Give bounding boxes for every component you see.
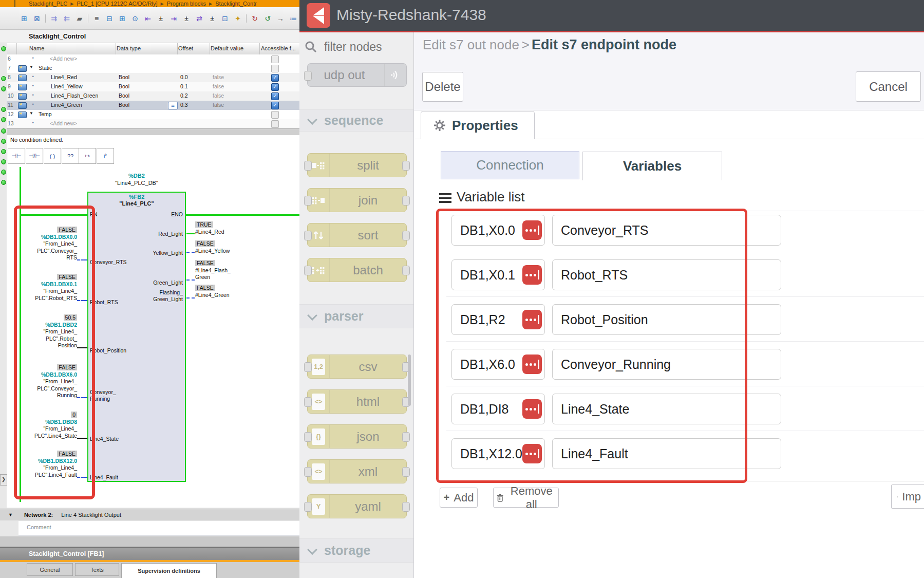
datatype-dropdown-button[interactable]: ≣: [168, 102, 178, 109]
open-branch-icon[interactable]: ↦: [79, 148, 96, 164]
accessible-checkbox[interactable]: [271, 55, 279, 63]
node-output-port[interactable]: [402, 432, 410, 442]
default-cell[interactable]: false: [213, 74, 224, 80]
breadcrumb-item[interactable]: Program blocks: [167, 1, 206, 7]
variable-name-input[interactable]: Conveyor_Running: [552, 349, 781, 380]
col-offset[interactable]: Offset: [178, 45, 193, 51]
node-input-port[interactable]: [304, 467, 312, 477]
node-output-port[interactable]: [402, 231, 410, 240]
node-output-port[interactable]: [402, 502, 410, 512]
default-cell[interactable]: false: [213, 83, 224, 89]
monitor-list-icon[interactable]: ≔: [289, 13, 298, 24]
datatype-cell[interactable]: Bool: [119, 74, 129, 80]
col-default[interactable]: Default value: [211, 45, 243, 51]
filter-nodes-input[interactable]: [323, 40, 402, 54]
node-input-port[interactable]: [304, 432, 312, 442]
palette-node-split[interactable]: split: [307, 153, 407, 177]
node-input-port[interactable]: [304, 161, 312, 171]
tab-texts[interactable]: Texts: [75, 563, 119, 576]
node-output-port[interactable]: [402, 467, 410, 477]
eno-pin[interactable]: ENO: [171, 211, 183, 217]
group-caret-icon[interactable]: ▼: [29, 111, 33, 116]
cancel-button[interactable]: Cancel: [856, 71, 921, 102]
table-row[interactable]: 8 ▪ Line4_Red Bool 0.0 false ✓: [7, 73, 299, 83]
accessible-checkbox[interactable]: [271, 111, 279, 119]
table-row-selected[interactable]: 11 ▪ Line4_Green Bool ≣ 0.3 false ✓: [7, 101, 299, 110]
name-cell[interactable]: Line4_Flash_Green: [51, 92, 98, 99]
swap-operand-icon[interactable]: ⇄: [195, 13, 204, 24]
delete-button[interactable]: Delete: [422, 72, 463, 102]
col-name[interactable]: Name: [29, 45, 44, 51]
contact-nc-icon[interactable]: ⊣/⊢: [26, 148, 43, 164]
palette-node-json[interactable]: {} json: [307, 424, 407, 449]
indent-left-icon[interactable]: ⇇: [62, 13, 71, 24]
accessible-checkbox[interactable]: ✓: [271, 92, 279, 100]
address-autocomplete-icon[interactable]: [522, 265, 542, 285]
accessible-checkbox[interactable]: ✓: [271, 74, 279, 82]
delete-network-icon[interactable]: ⊠: [32, 13, 42, 24]
tab-general[interactable]: General: [27, 563, 73, 576]
instance-db-label[interactable]: %DB2 "Line4_PLC_DB": [87, 172, 186, 187]
network-title[interactable]: Line 4 Stacklight Output: [61, 512, 121, 518]
input-pin[interactable]: Robot_Position: [90, 347, 126, 353]
output-pin[interactable]: Yellow_Light: [153, 250, 183, 256]
accessible-checkbox[interactable]: ✓: [271, 102, 279, 109]
comment-toggle-icon[interactable]: ⊙: [130, 13, 140, 24]
datatype-cell[interactable]: Bool: [119, 102, 129, 108]
palette-node-csv[interactable]: 1,2 csv: [307, 355, 407, 379]
properties-title-bar[interactable]: Stacklight_Control [FB1]: [0, 547, 299, 560]
add-new-cell[interactable]: <Add new>: [50, 120, 77, 126]
tab-variables[interactable]: Variables: [582, 152, 722, 180]
address-autocomplete-icon[interactable]: [522, 220, 542, 240]
table-row[interactable]: 10 ▪ Line4_Flash_Green Bool 0.2 false ✓: [7, 91, 299, 101]
breadcrumb-item[interactable]: Stacklight_Contr: [215, 1, 257, 7]
address-autocomplete-icon[interactable]: [522, 355, 542, 374]
datatype-cell[interactable]: Bool: [119, 92, 129, 99]
palette-node-xml[interactable]: <> xml: [307, 459, 407, 483]
close-branch-icon[interactable]: ↱: [97, 148, 114, 164]
default-cell[interactable]: false: [213, 92, 224, 99]
inout-plus-icon[interactable]: ±: [208, 13, 217, 24]
indent-right-icon[interactable]: ⇉: [49, 13, 59, 24]
coil-icon[interactable]: ( ): [44, 148, 61, 164]
address-autocomplete-icon[interactable]: [522, 444, 542, 463]
import-button[interactable]: Imp: [891, 484, 924, 509]
sidebar-expand-icon[interactable]: ❯: [0, 474, 7, 486]
output-pin[interactable]: Flashing_: [159, 289, 183, 295]
palette-search[interactable]: [305, 37, 407, 57]
pen-icon[interactable]: ▰: [75, 13, 84, 24]
breadcrumb-item[interactable]: Stacklight_PLC: [29, 1, 67, 7]
goto-def-icon[interactable]: →: [276, 13, 285, 24]
operand-frame-icon[interactable]: ⊡: [220, 13, 230, 24]
table-row[interactable]: 6 ▪ <Add new>: [7, 54, 299, 64]
expand-items-icon[interactable]: ⊟: [105, 13, 114, 24]
empty-box-icon[interactable]: ??: [62, 148, 79, 164]
node-output-port[interactable]: [402, 196, 410, 206]
variable-name-input[interactable]: Conveyor_RTS: [552, 215, 781, 246]
datatype-cell[interactable]: Bool: [119, 83, 129, 89]
node-output-port[interactable]: [402, 266, 410, 275]
table-row[interactable]: 9 ▪ Line4_Yellow Bool 0.1 false ✓: [7, 82, 299, 92]
palette-node-yaml[interactable]: Y yaml: [307, 494, 407, 518]
palette-node-html[interactable]: <> html: [307, 389, 407, 414]
group-name-cell[interactable]: Temp: [39, 111, 52, 117]
fb-block[interactable]: %FB2 "Line4_PLC" EN ENO Conveyor_RTS Rob…: [87, 192, 186, 482]
node-input-port[interactable]: [304, 502, 312, 512]
palette-node-join[interactable]: join: [307, 188, 407, 212]
collapse-caret-icon[interactable]: ▼: [8, 512, 13, 517]
palette-node-udp-out[interactable]: udp out: [307, 63, 407, 87]
variable-name-input[interactable]: Robot_RTS: [552, 259, 781, 290]
network2-header[interactable]: ▼ Network 2: Line 4 Stacklight Output: [0, 509, 299, 520]
palette-node-batch[interactable]: batch: [307, 258, 407, 282]
default-cell[interactable]: false: [213, 102, 224, 108]
add-variable-button[interactable]: +Add: [440, 488, 478, 508]
table-row[interactable]: 12 ▼ Temp: [7, 110, 299, 120]
collapse-items-icon[interactable]: ⊞: [118, 13, 127, 24]
table-row[interactable]: 7 ▼ Static: [7, 64, 299, 73]
variable-name-input[interactable]: Robot_Position: [552, 304, 781, 335]
insert-input-icon[interactable]: ⇤: [143, 13, 153, 24]
name-cell[interactable]: Line4_Yellow: [51, 83, 83, 89]
category-sequence[interactable]: sequence: [299, 109, 413, 132]
call-back-icon[interactable]: ↺: [263, 13, 272, 24]
tab-supervision-definitions[interactable]: Supervision definitions: [121, 563, 217, 578]
